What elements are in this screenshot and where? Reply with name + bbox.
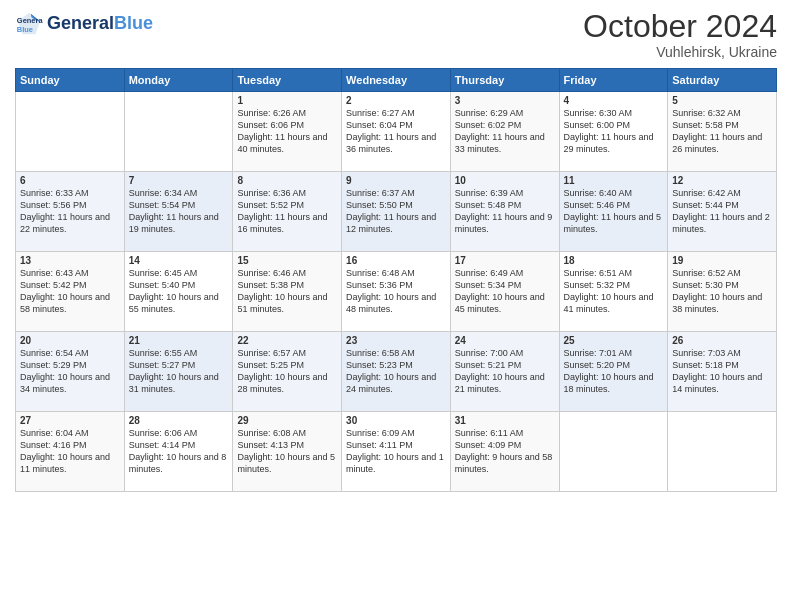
calendar-cell: 6Sunrise: 6:33 AMSunset: 5:56 PMDaylight… [16, 172, 125, 252]
calendar-cell: 29Sunrise: 6:08 AMSunset: 4:13 PMDayligh… [233, 412, 342, 492]
calendar-table: Sunday Monday Tuesday Wednesday Thursday… [15, 68, 777, 492]
logo: General Blue GeneralBlue [15, 10, 153, 38]
day-number: 21 [129, 335, 229, 346]
day-number: 6 [20, 175, 120, 186]
svg-text:Blue: Blue [17, 25, 33, 34]
day-info: Sunrise: 6:09 AMSunset: 4:11 PMDaylight:… [346, 427, 446, 476]
day-info: Sunrise: 6:39 AMSunset: 5:48 PMDaylight:… [455, 187, 555, 236]
day-number: 22 [237, 335, 337, 346]
day-number: 29 [237, 415, 337, 426]
calendar-cell: 31Sunrise: 6:11 AMSunset: 4:09 PMDayligh… [450, 412, 559, 492]
day-number: 8 [237, 175, 337, 186]
calendar-cell: 22Sunrise: 6:57 AMSunset: 5:25 PMDayligh… [233, 332, 342, 412]
day-number: 19 [672, 255, 772, 266]
page: General Blue GeneralBlue October 2024 Vu… [0, 0, 792, 612]
calendar-cell: 8Sunrise: 6:36 AMSunset: 5:52 PMDaylight… [233, 172, 342, 252]
calendar-cell: 28Sunrise: 6:06 AMSunset: 4:14 PMDayligh… [124, 412, 233, 492]
day-number: 3 [455, 95, 555, 106]
day-number: 27 [20, 415, 120, 426]
col-friday: Friday [559, 69, 668, 92]
day-info: Sunrise: 7:03 AMSunset: 5:18 PMDaylight:… [672, 347, 772, 396]
calendar-cell: 24Sunrise: 7:00 AMSunset: 5:21 PMDayligh… [450, 332, 559, 412]
day-info: Sunrise: 6:46 AMSunset: 5:38 PMDaylight:… [237, 267, 337, 316]
day-info: Sunrise: 6:49 AMSunset: 5:34 PMDaylight:… [455, 267, 555, 316]
day-info: Sunrise: 6:51 AMSunset: 5:32 PMDaylight:… [564, 267, 664, 316]
calendar-cell [124, 92, 233, 172]
day-number: 16 [346, 255, 446, 266]
day-number: 14 [129, 255, 229, 266]
day-number: 24 [455, 335, 555, 346]
location: Vuhlehirsk, Ukraine [583, 44, 777, 60]
day-info: Sunrise: 6:54 AMSunset: 5:29 PMDaylight:… [20, 347, 120, 396]
day-number: 17 [455, 255, 555, 266]
week-row-3: 20Sunrise: 6:54 AMSunset: 5:29 PMDayligh… [16, 332, 777, 412]
day-number: 11 [564, 175, 664, 186]
col-monday: Monday [124, 69, 233, 92]
calendar-cell: 25Sunrise: 7:01 AMSunset: 5:20 PMDayligh… [559, 332, 668, 412]
calendar-cell: 4Sunrise: 6:30 AMSunset: 6:00 PMDaylight… [559, 92, 668, 172]
day-number: 7 [129, 175, 229, 186]
title-block: October 2024 Vuhlehirsk, Ukraine [583, 10, 777, 60]
day-info: Sunrise: 6:29 AMSunset: 6:02 PMDaylight:… [455, 107, 555, 156]
day-number: 31 [455, 415, 555, 426]
day-info: Sunrise: 6:27 AMSunset: 6:04 PMDaylight:… [346, 107, 446, 156]
day-number: 25 [564, 335, 664, 346]
day-info: Sunrise: 6:11 AMSunset: 4:09 PMDaylight:… [455, 427, 555, 476]
day-info: Sunrise: 6:45 AMSunset: 5:40 PMDaylight:… [129, 267, 229, 316]
calendar-cell: 21Sunrise: 6:55 AMSunset: 5:27 PMDayligh… [124, 332, 233, 412]
col-wednesday: Wednesday [342, 69, 451, 92]
calendar-cell: 3Sunrise: 6:29 AMSunset: 6:02 PMDaylight… [450, 92, 559, 172]
day-number: 10 [455, 175, 555, 186]
day-number: 20 [20, 335, 120, 346]
day-number: 23 [346, 335, 446, 346]
calendar-cell: 27Sunrise: 6:04 AMSunset: 4:16 PMDayligh… [16, 412, 125, 492]
calendar-cell [16, 92, 125, 172]
col-sunday: Sunday [16, 69, 125, 92]
day-info: Sunrise: 6:04 AMSunset: 4:16 PMDaylight:… [20, 427, 120, 476]
day-number: 9 [346, 175, 446, 186]
day-info: Sunrise: 7:01 AMSunset: 5:20 PMDaylight:… [564, 347, 664, 396]
day-info: Sunrise: 6:42 AMSunset: 5:44 PMDaylight:… [672, 187, 772, 236]
day-info: Sunrise: 7:00 AMSunset: 5:21 PMDaylight:… [455, 347, 555, 396]
calendar-cell: 23Sunrise: 6:58 AMSunset: 5:23 PMDayligh… [342, 332, 451, 412]
calendar-cell: 20Sunrise: 6:54 AMSunset: 5:29 PMDayligh… [16, 332, 125, 412]
day-info: Sunrise: 6:55 AMSunset: 5:27 PMDaylight:… [129, 347, 229, 396]
day-number: 26 [672, 335, 772, 346]
logo-text: GeneralBlue [47, 14, 153, 34]
day-number: 2 [346, 95, 446, 106]
week-row-4: 27Sunrise: 6:04 AMSunset: 4:16 PMDayligh… [16, 412, 777, 492]
calendar-cell: 18Sunrise: 6:51 AMSunset: 5:32 PMDayligh… [559, 252, 668, 332]
calendar-cell: 10Sunrise: 6:39 AMSunset: 5:48 PMDayligh… [450, 172, 559, 252]
day-info: Sunrise: 6:43 AMSunset: 5:42 PMDaylight:… [20, 267, 120, 316]
day-number: 5 [672, 95, 772, 106]
day-number: 13 [20, 255, 120, 266]
calendar-cell: 9Sunrise: 6:37 AMSunset: 5:50 PMDaylight… [342, 172, 451, 252]
calendar-cell: 26Sunrise: 7:03 AMSunset: 5:18 PMDayligh… [668, 332, 777, 412]
svg-text:General: General [17, 16, 43, 25]
header: General Blue GeneralBlue October 2024 Vu… [15, 10, 777, 60]
day-number: 28 [129, 415, 229, 426]
day-info: Sunrise: 6:06 AMSunset: 4:14 PMDaylight:… [129, 427, 229, 476]
week-row-1: 6Sunrise: 6:33 AMSunset: 5:56 PMDaylight… [16, 172, 777, 252]
calendar-cell: 17Sunrise: 6:49 AMSunset: 5:34 PMDayligh… [450, 252, 559, 332]
header-row: Sunday Monday Tuesday Wednesday Thursday… [16, 69, 777, 92]
col-thursday: Thursday [450, 69, 559, 92]
col-tuesday: Tuesday [233, 69, 342, 92]
calendar-cell [559, 412, 668, 492]
calendar-cell: 2Sunrise: 6:27 AMSunset: 6:04 PMDaylight… [342, 92, 451, 172]
logo-icon: General Blue [15, 10, 43, 38]
calendar-cell: 1Sunrise: 6:26 AMSunset: 6:06 PMDaylight… [233, 92, 342, 172]
day-info: Sunrise: 6:48 AMSunset: 5:36 PMDaylight:… [346, 267, 446, 316]
calendar-cell: 12Sunrise: 6:42 AMSunset: 5:44 PMDayligh… [668, 172, 777, 252]
calendar-cell: 15Sunrise: 6:46 AMSunset: 5:38 PMDayligh… [233, 252, 342, 332]
week-row-2: 13Sunrise: 6:43 AMSunset: 5:42 PMDayligh… [16, 252, 777, 332]
day-info: Sunrise: 6:32 AMSunset: 5:58 PMDaylight:… [672, 107, 772, 156]
day-info: Sunrise: 6:37 AMSunset: 5:50 PMDaylight:… [346, 187, 446, 236]
day-number: 15 [237, 255, 337, 266]
day-number: 4 [564, 95, 664, 106]
week-row-0: 1Sunrise: 6:26 AMSunset: 6:06 PMDaylight… [16, 92, 777, 172]
day-info: Sunrise: 6:34 AMSunset: 5:54 PMDaylight:… [129, 187, 229, 236]
day-number: 1 [237, 95, 337, 106]
day-info: Sunrise: 6:08 AMSunset: 4:13 PMDaylight:… [237, 427, 337, 476]
day-info: Sunrise: 6:52 AMSunset: 5:30 PMDaylight:… [672, 267, 772, 316]
